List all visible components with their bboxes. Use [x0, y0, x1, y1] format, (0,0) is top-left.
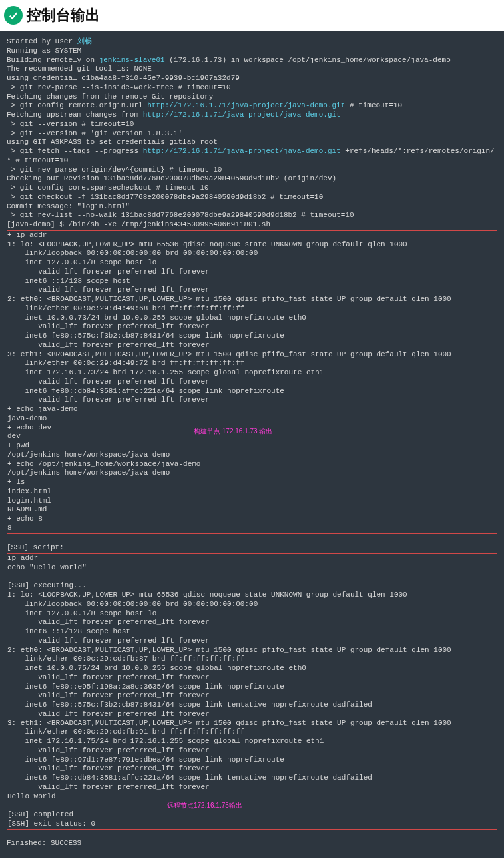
remote-node-output: ip addr echo "Hello World" [SSH] executi… [7, 554, 451, 828]
build-node-output-box: + ip addr 1: lo: <LOOPBACK,UP,LOWER_UP> … [7, 230, 497, 534]
console-text-1: Started by user [7, 37, 77, 45]
success-check-icon [4, 6, 23, 25]
page-header: 控制台输出 [0, 0, 504, 31]
user-link[interactable]: 刘畅 [77, 37, 92, 45]
console-finished: Finished: SUCCESS [7, 839, 81, 847]
console-text-2: Running as SYSTEM Building remotely on [7, 47, 99, 64]
console-output: Started by user 刘畅 Running as SYSTEM Bui… [0, 31, 504, 858]
ssh-script-label: [SSH] script: [7, 543, 64, 551]
build-node-output: + ip addr 1: lo: <LOOPBACK,UP,LOWER_UP> … [7, 231, 451, 532]
console-text-6: +refs/heads/*:refs/remotes/origin/* # ti… [7, 147, 495, 228]
remote-node-output-box: ip addr echo "Hello World" [SSH] executi… [7, 553, 497, 830]
slave-node-link[interactable]: jenkins-slave01 [99, 56, 165, 64]
git-repo-link-3[interactable]: http://172.16.1.71/java-project/java-dem… [143, 147, 341, 155]
annotation-remote-node: 远程节点172.16.1.75输出 [167, 802, 242, 810]
git-repo-link-2[interactable]: http://172.16.1.71/java-project/java-dem… [143, 111, 341, 119]
page-title: 控制台输出 [27, 5, 100, 25]
annotation-build-node: 构建节点 172.16.1.73 输出 [194, 428, 272, 436]
git-repo-link-1[interactable]: http://172.16.1.71/java-project/java-dem… [147, 101, 345, 109]
